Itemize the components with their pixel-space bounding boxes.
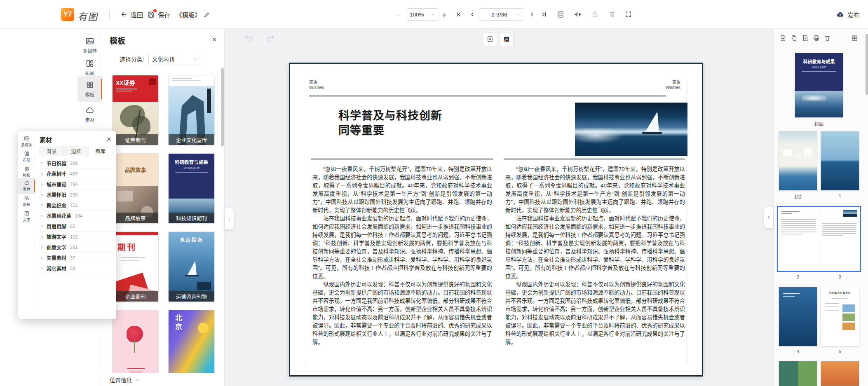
mini-rail-item-multimedia[interactable]: 多媒体 — [18, 133, 35, 150]
lock-button[interactable] — [591, 10, 599, 18]
rail-item-template[interactable]: 模板 — [77, 76, 102, 102]
chevron-down-icon — [193, 57, 197, 61]
edit-pencil-icon — [204, 12, 210, 18]
zoom-in-button[interactable]: + — [442, 11, 446, 20]
chevron-right-icon: › — [41, 223, 43, 229]
undo-button[interactable] — [244, 34, 253, 43]
page-thumbnail[interactable] — [821, 361, 859, 386]
sailboat-photo[interactable] — [575, 103, 687, 156]
publish-button[interactable]: 发布 — [836, 8, 860, 21]
close-icon[interactable]: × — [105, 135, 113, 143]
category-row[interactable]: ›聚会纪念711 — [38, 200, 114, 211]
single-page-icon — [486, 35, 494, 43]
category-row[interactable]: ›其它素材52 — [38, 263, 114, 274]
split-pages-button[interactable] — [574, 10, 582, 19]
template-card[interactable]: 企业文化宣传 — [168, 75, 215, 145]
zoom-level-value: 100% — [410, 12, 424, 18]
page-indicator-select[interactable]: 2-3/36 — [479, 8, 524, 21]
document-spread[interactable]: 寄语 Wishes 寄语 Wishes 科学普及与科技创新 同等重要 “忽如一夜… — [289, 63, 703, 377]
chevron-left-icon — [227, 217, 232, 221]
rail-item-multimedia[interactable]: 多媒体 — [77, 34, 102, 57]
page-thumbnail-cover[interactable]: 科研教育与成果 HIGHLIGHT — [795, 53, 843, 118]
save-label: 保存 — [158, 10, 170, 19]
rail-item-assets[interactable]: 素材 — [77, 103, 102, 126]
document-title[interactable]: 《模版》 — [176, 8, 210, 21]
redo-button[interactable] — [266, 34, 275, 43]
zoom-level-select[interactable]: 100% — [406, 8, 439, 21]
delete-page-button[interactable] — [824, 35, 831, 42]
category-name: 其它素材 — [47, 265, 66, 272]
template-card[interactable]: 北京 — [168, 310, 215, 380]
category-row[interactable]: ›水墨怀旧290 — [38, 190, 114, 201]
template-card[interactable]: XX证券 证券期刊 — [112, 75, 159, 145]
page-thumbnail[interactable] — [779, 287, 817, 346]
prev-page-button[interactable] — [469, 11, 476, 18]
back-button[interactable]: 返回 — [120, 8, 143, 21]
printer-icon — [813, 35, 820, 42]
chevron-down-icon — [516, 12, 521, 17]
page-label: 3 — [819, 274, 861, 279]
mini-rail-item-shapes[interactable]: 图形 — [18, 193, 35, 209]
mini-rail-label: 文字 — [23, 217, 30, 222]
tab-backgrounds[interactable]: 背景 — [40, 146, 64, 156]
body-column-right[interactable]: “忽如一夜春风来，千树万树梨花开”，建国70年来，特别是改革开放以来，随着我国经… — [505, 165, 685, 346]
cover-subtitle: HIGHLIGHT — [795, 66, 843, 69]
category-row[interactable]: ›花草树叶487 — [38, 169, 114, 180]
category-row[interactable]: ›水墨风花草194 — [38, 211, 114, 222]
template-card[interactable]: 品牌故事 品牌故事 — [112, 153, 159, 224]
zoom-out-button[interactable]: − — [396, 11, 400, 20]
print-page-button[interactable] — [813, 35, 820, 42]
category-label: 选择分类: — [120, 55, 144, 63]
category-row[interactable]: ›矢量素材37 — [38, 253, 114, 264]
next-page-button[interactable] — [529, 11, 535, 18]
grid-view-button[interactable] — [851, 35, 858, 42]
collapse-left-panel-tab[interactable] — [225, 208, 234, 229]
single-page-view-button[interactable] — [483, 32, 497, 46]
rail-label: 素材 — [85, 117, 95, 123]
pages-scrollbar[interactable] — [866, 34, 868, 95]
paragraph: “忽如一夜春风来，千树万树梨花开”，建国70年来，特别是改革开放以来，随着我国经… — [312, 165, 492, 215]
mini-rail-item-text[interactable]: 文字 — [18, 208, 35, 225]
body-column-left[interactable]: “忽如一夜春风来，千树万树梨花开”，建国70年来，特别是改革开放以来，随着我国经… — [312, 165, 492, 346]
page-thumbnail-current-spread[interactable] — [777, 206, 861, 272]
category-row[interactable]: ›旅游文字192 — [38, 232, 114, 243]
close-icon[interactable]: × — [210, 35, 218, 44]
category-row[interactable]: ›城市建设784 — [38, 179, 114, 190]
spread-view-icon — [503, 35, 510, 43]
brand-name: 有图 — [77, 9, 98, 23]
template-panel-scrollbar[interactable] — [221, 68, 224, 146]
add-page-button[interactable] — [779, 35, 786, 42]
tab-borders[interactable]: 边框 — [64, 146, 88, 156]
rail-item-layout[interactable]: 布局 — [77, 56, 102, 79]
split-pages-icon — [574, 10, 582, 19]
category-row[interactable]: ›创意文字261 — [38, 242, 114, 253]
delete-button[interactable] — [608, 10, 616, 18]
template-card[interactable]: 期刊 企业期刊 — [112, 232, 159, 302]
shapes-icon — [24, 195, 30, 201]
undo-icon — [244, 34, 253, 43]
position-info-footer[interactable]: 位置信息 — [102, 373, 224, 386]
fullscreen-button[interactable] — [624, 10, 632, 18]
last-page-button[interactable] — [541, 11, 547, 18]
tab-gallery[interactable]: 图库 — [88, 146, 113, 156]
template-card[interactable]: 水运指南 运输咨询刊物 — [168, 232, 215, 302]
template-card[interactable]: 科研教育与成果 HIGHLIGHT 科技知识期刊 — [168, 153, 215, 224]
left-margin-line — [306, 81, 306, 364]
first-page-button[interactable] — [455, 11, 462, 18]
spread-view-button[interactable] — [500, 32, 514, 46]
category-row[interactable]: ›页眉页脚65 — [38, 221, 114, 232]
page-thumbnail[interactable] — [779, 361, 817, 386]
category-select[interactable]: 文化内刊 — [148, 53, 201, 65]
mini-rail-item-assets[interactable]: 素材 — [18, 178, 35, 194]
mini-rail-item-layout[interactable]: 布局 — [18, 149, 35, 165]
template-card[interactable] — [112, 310, 159, 380]
page-settings-button[interactable] — [556, 10, 565, 19]
duplicate-page-button[interactable] — [791, 35, 798, 42]
page-thumbnail[interactable]: CONTENTS — [821, 287, 859, 346]
save-button[interactable]: 保存 — [147, 8, 170, 21]
page-thumbnail[interactable] — [779, 131, 817, 191]
collapse-right-panel-tab[interactable] — [764, 207, 773, 228]
export-page-button[interactable] — [802, 35, 809, 42]
category-row[interactable]: ›节日祝福299 — [38, 158, 114, 169]
page-thumbnail[interactable] — [821, 131, 859, 191]
